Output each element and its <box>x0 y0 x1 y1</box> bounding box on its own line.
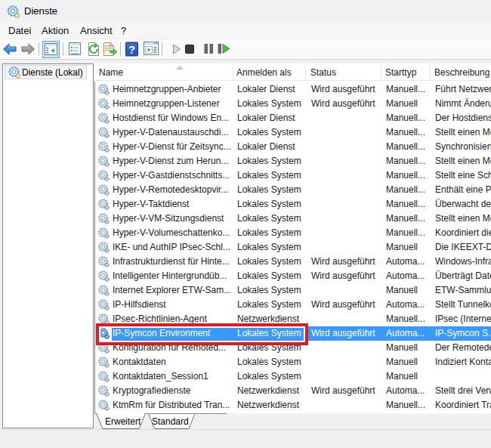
svg-text:?: ? <box>128 44 135 56</box>
